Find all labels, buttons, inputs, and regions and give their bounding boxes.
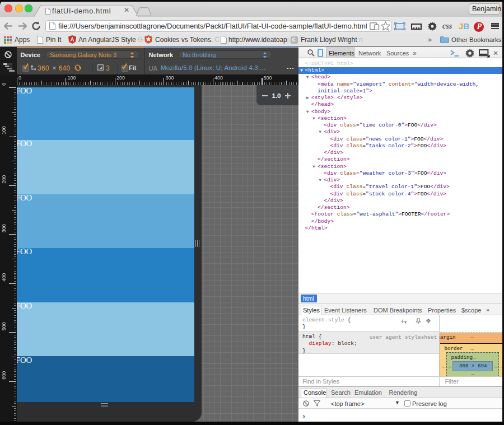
svg-text:400: 400 (1, 273, 7, 282)
svg-text:0: 0 (1, 83, 7, 86)
svg-text:300: 300 (1, 224, 7, 232)
svg-text:200: 200 (1, 175, 7, 184)
svg-text:600: 600 (1, 371, 7, 380)
svg-text:500: 500 (1, 322, 7, 330)
svg-text:100: 100 (1, 126, 7, 134)
